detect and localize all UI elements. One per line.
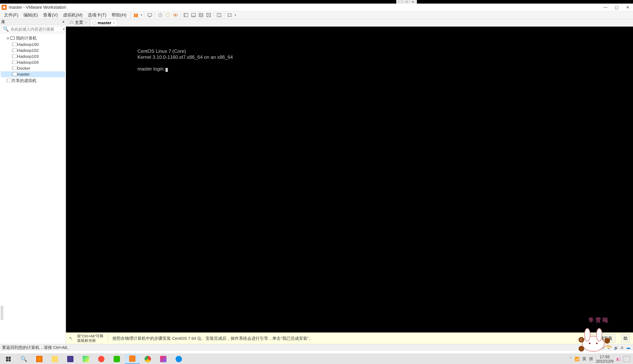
chevron-down-icon[interactable]: ▾ — [410, 0, 416, 3]
sound-icon[interactable]: 🔊 — [614, 346, 618, 349]
taskbar-app-vmware[interactable] — [125, 354, 140, 364]
cursor-icon: ↖ — [69, 336, 73, 341]
stretch-dropdown-icon[interactable]: ▼ — [234, 14, 237, 17]
taskbar-app-todesk[interactable] — [94, 354, 109, 364]
separator — [214, 12, 214, 18]
tree-item[interactable]: Hadoop103 — [1, 54, 65, 60]
close-button[interactable]: ✕ — [622, 4, 633, 11]
tree-item[interactable]: Hadoop100 — [1, 42, 65, 48]
tab-bar: 主页 × master × — [66, 19, 633, 26]
separator — [108, 334, 108, 342]
clock-date: 2022/12/9 — [596, 359, 614, 364]
taskbar-app-chrome[interactable] — [140, 354, 155, 364]
svg-rect-25 — [6, 357, 8, 359]
unity-button[interactable] — [205, 12, 212, 18]
console-line: CentOS Linux 7 (Core) — [138, 48, 186, 54]
vm-icon — [12, 61, 16, 64]
taskbar-clock[interactable]: 17:55 2022/12/9 — [596, 355, 614, 364]
taskbar-app-wechat[interactable] — [109, 354, 124, 364]
tree-item[interactable]: Hadoop104 — [1, 60, 65, 65]
usb-icon[interactable]: ψ — [608, 346, 612, 349]
vm-icon — [12, 49, 16, 52]
expand-icon[interactable]: ⤢ — [404, 0, 409, 3]
snapshot-button[interactable] — [157, 12, 164, 18]
net-icon[interactable]: ⇄ — [601, 346, 606, 349]
tab-home[interactable]: 主页 × — [68, 18, 90, 26]
tree-item[interactable]: Docker — [1, 65, 65, 71]
menu-file[interactable]: 文件(F) — [2, 11, 21, 19]
tray-app-icon[interactable]: ▮▯ — [616, 357, 621, 362]
status-bar: 要返回到您的计算机，请按 Ctrl+Alt。 ▭ ◎ ⇄ ψ 🔊 🖶 ▬ — [0, 344, 633, 351]
hdd-icon[interactable]: ▭ — [588, 346, 593, 349]
menu-view[interactable]: 查看(V) — [41, 11, 60, 19]
menu-edit[interactable]: 编辑(E) — [21, 11, 40, 19]
svg-rect-12 — [200, 14, 202, 16]
show-thumbnail-button[interactable] — [190, 12, 197, 18]
taskbar-app-obsidian[interactable] — [63, 354, 78, 364]
tab-close-icon[interactable]: × — [85, 20, 87, 24]
grid-icon[interactable]: ⋮⋮ — [398, 0, 403, 3]
tab-label: 主页 — [75, 20, 83, 25]
wifi-icon[interactable]: 📶 — [574, 357, 580, 362]
close-library-button[interactable]: × — [62, 20, 64, 24]
sidebar: 库 × 🔍 ▼ ⊟ 我的计算机 Hadoop100 Hadoop102 Hado… — [0, 19, 66, 344]
search-input[interactable] — [10, 27, 61, 32]
ime-mode[interactable]: 拼 — [589, 356, 593, 362]
vm-console[interactable]: CentOS Linux 7 (Core) Kernel 3.10.0-1160… — [66, 26, 633, 332]
svg-rect-15 — [228, 14, 231, 16]
thumbnail-strip-handle[interactable] — [1, 306, 3, 320]
notification-button[interactable] — [624, 356, 630, 362]
taskbar-app-pycharm[interactable] — [78, 354, 93, 364]
library-title: 库 — [1, 19, 5, 24]
tray-expand-icon[interactable]: ˄ — [570, 357, 572, 362]
taskbar-app-intellij[interactable] — [156, 354, 171, 364]
tab-close-icon[interactable]: × — [113, 21, 115, 25]
menu-help[interactable]: 帮助(H) — [109, 11, 129, 19]
snapshot-manager-button[interactable] — [172, 12, 179, 18]
ime-language[interactable]: 英 — [582, 356, 586, 362]
show-sidebar-button[interactable] — [182, 12, 190, 18]
tree-item-active[interactable]: master — [1, 71, 65, 77]
search-icon: 🔍 — [3, 26, 9, 32]
power-dropdown-icon[interactable]: ▼ — [140, 14, 143, 17]
start-button[interactable] — [1, 354, 16, 364]
display-icon[interactable]: ▬ — [627, 346, 631, 349]
help-button[interactable]: 助 — [621, 334, 630, 342]
svg-rect-2 — [149, 16, 151, 17]
taskbar-app-teamviewer[interactable] — [171, 354, 186, 364]
search-dropdown-icon[interactable]: ▼ — [62, 28, 65, 31]
snapshot-revert-button[interactable] — [164, 12, 172, 18]
tab-master[interactable]: master × — [90, 19, 118, 26]
screen-top-controls: ⋮⋮ ⤢ ▾ — [396, 0, 417, 4]
svg-rect-11 — [199, 13, 203, 17]
menu-vm[interactable]: 虚拟机(M) — [60, 11, 85, 19]
svg-rect-10 — [192, 16, 196, 17]
stretch-button[interactable] — [226, 12, 233, 18]
tree-label: Docker — [17, 66, 30, 71]
cd-icon[interactable]: ◎ — [595, 346, 599, 349]
minimize-button[interactable]: — — [600, 4, 611, 11]
tree-label: master — [17, 72, 30, 77]
tree-my-computer[interactable]: ⊟ 我的计算机 — [1, 35, 65, 42]
printer-icon[interactable]: 🖶 — [620, 346, 625, 349]
search-button[interactable]: 🔍 — [16, 354, 32, 364]
menu-tabs[interactable]: 选项卡(T) — [86, 11, 109, 19]
taskbar-app-firefox[interactable] — [32, 354, 47, 364]
svg-rect-1 — [148, 14, 152, 16]
collapse-icon[interactable]: ⊟ — [6, 36, 9, 40]
console-view-button[interactable] — [216, 12, 223, 18]
text-cursor — [166, 68, 168, 72]
install-done-button[interactable]: 我已完成安装 — [584, 334, 615, 342]
vm-tree: ⊟ 我的计算机 Hadoop100 Hadoop102 Hadoop103 Ha… — [0, 34, 66, 85]
console-line: Kernel 3.10.0-1160.el7.x86_64 on an x86_… — [138, 54, 233, 60]
fullscreen-button[interactable] — [198, 12, 204, 18]
tree-shared[interactable]: 共享的虚拟机 — [1, 77, 65, 84]
svg-rect-8 — [184, 13, 185, 17]
taskbar-app-explorer[interactable] — [47, 354, 62, 364]
tree-item[interactable]: Hadoop102 — [1, 48, 65, 54]
send-ctrl-alt-del-button[interactable] — [146, 12, 153, 18]
maximize-button[interactable]: ▢ — [611, 4, 622, 11]
search-box[interactable]: 🔍 ▼ — [1, 26, 64, 32]
pause-button[interactable]: ▮▮ — [132, 12, 139, 18]
console-line: master login: — [138, 66, 165, 72]
